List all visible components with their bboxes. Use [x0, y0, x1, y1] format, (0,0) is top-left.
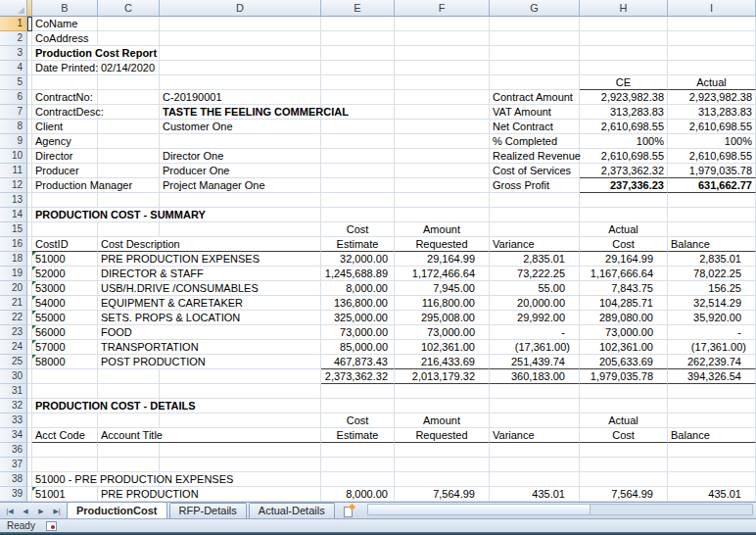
cell-E16[interactable]: Estimate	[321, 237, 395, 252]
cell-B39[interactable]: 51001	[32, 487, 98, 502]
cell-D13[interactable]	[160, 193, 321, 208]
cell-B4[interactable]: Date Printed:	[32, 61, 98, 75]
cell-G30[interactable]: 360,183.00	[490, 369, 580, 384]
cell-E11[interactable]	[321, 164, 395, 178]
tab-nav-next-icon[interactable]: ▶	[33, 504, 49, 518]
row-header-30[interactable]: 30	[0, 369, 27, 384]
cell-D7[interactable]: TASTE THE FEELING COMMERCIAL	[160, 105, 321, 120]
cell-D11[interactable]: Producer One	[160, 164, 321, 178]
cell-F2[interactable]	[395, 31, 490, 46]
row-header-33[interactable]: 33	[0, 413, 27, 428]
cell-G15[interactable]	[490, 222, 580, 237]
row-header-39[interactable]: 39	[0, 487, 27, 502]
cell-H7[interactable]: 313,283.83	[580, 105, 668, 120]
row-header-8[interactable]: 8	[0, 120, 27, 134]
cell-C6[interactable]	[98, 90, 160, 105]
row-header-36[interactable]: 36	[0, 443, 27, 458]
row-header-37[interactable]: 37	[0, 458, 27, 472]
row-header-32[interactable]: 32	[0, 399, 27, 413]
cell-I6[interactable]: 2,923,982.38	[668, 90, 756, 105]
cell-E21[interactable]: 136,800.00	[321, 296, 395, 311]
cell-G23[interactable]: -	[490, 325, 580, 340]
cell-F3[interactable]	[395, 46, 490, 61]
cell-E19[interactable]: 1,245,688.89	[321, 267, 395, 281]
row-header-25[interactable]: 25	[0, 355, 27, 369]
cell-B19[interactable]: 52000	[32, 267, 98, 281]
cell-H9[interactable]: 100%	[580, 134, 668, 149]
cell-I33[interactable]	[668, 413, 756, 428]
cell-B30[interactable]	[32, 369, 98, 384]
cell-I4[interactable]	[668, 61, 756, 75]
cell-E39[interactable]: 8,000.00	[321, 487, 395, 502]
cell-D6[interactable]: C-20190001	[160, 90, 321, 105]
cell-G19[interactable]: 73,222.25	[490, 267, 580, 281]
cell-F38[interactable]	[395, 472, 490, 487]
cell-B38[interactable]: 51000 - PRE PRODUCTION EXPENSES	[32, 472, 160, 487]
row-header-20[interactable]: 20	[0, 281, 27, 296]
cell-E5[interactable]	[321, 75, 395, 90]
cell-C33[interactable]	[98, 413, 160, 428]
cell-F31[interactable]	[395, 384, 490, 399]
cell-E14[interactable]	[321, 208, 395, 222]
row-header-18[interactable]: 18	[0, 252, 27, 267]
cell-F8[interactable]	[395, 120, 490, 134]
cell-I32[interactable]	[668, 399, 756, 413]
cell-H16[interactable]: Cost	[580, 237, 668, 252]
cell-G12[interactable]: Gross Profit	[490, 178, 580, 193]
cell-C9[interactable]	[98, 134, 160, 149]
row-header-6[interactable]: 6	[0, 90, 27, 105]
tab-productioncost[interactable]: ProductionCost	[67, 502, 167, 518]
cell-F5[interactable]	[395, 75, 490, 90]
cell-F37[interactable]	[395, 458, 490, 472]
cell-G3[interactable]	[490, 46, 580, 61]
cell-E34[interactable]: Estimate	[321, 428, 395, 443]
cell-D2[interactable]	[160, 31, 321, 46]
cell-C18[interactable]: PRE PRODUCTION EXPENSES	[98, 252, 321, 267]
cell-I12[interactable]: 631,662.77	[668, 178, 756, 193]
cell-H6[interactable]: 2,923,982.38	[580, 90, 668, 105]
cell-C19[interactable]: DIRECTOR & STAFF	[98, 267, 321, 281]
cell-E30[interactable]: 2,373,362.32	[321, 369, 395, 384]
cell-G5[interactable]	[490, 75, 580, 90]
cell-B5[interactable]	[32, 75, 98, 90]
cell-E1[interactable]	[321, 17, 395, 31]
row-header-23[interactable]: 23	[0, 325, 27, 340]
cell-E3[interactable]	[321, 46, 395, 61]
cell-D8[interactable]: Customer One	[160, 120, 321, 134]
cell-G34[interactable]: Variance	[490, 428, 580, 443]
cell-I10[interactable]: 2,610,698.55	[668, 149, 756, 164]
cell-H2[interactable]	[580, 31, 668, 46]
cell-H38[interactable]	[580, 472, 668, 487]
cell-I2[interactable]	[668, 31, 756, 46]
cell-E22[interactable]: 325,000.00	[321, 311, 395, 325]
cell-F39[interactable]: 7,564.99	[395, 487, 490, 502]
cell-I34[interactable]: Balance	[668, 428, 756, 443]
cell-C10[interactable]	[98, 149, 160, 164]
cell-E12[interactable]	[321, 178, 395, 193]
cell-B22[interactable]: 55000	[32, 311, 98, 325]
cell-B1[interactable]: CoName	[32, 17, 98, 31]
cell-C13[interactable]	[98, 193, 160, 208]
cell-D15[interactable]	[160, 222, 321, 237]
cell-H3[interactable]	[580, 46, 668, 61]
cell-I13[interactable]	[668, 193, 756, 208]
select-all-corner[interactable]	[0, 0, 27, 17]
cell-B7[interactable]: ContractDesc:	[32, 105, 98, 120]
cell-D31[interactable]	[160, 384, 321, 399]
cell-E36[interactable]	[321, 443, 395, 458]
row-header-14[interactable]: 14	[0, 208, 27, 222]
col-header-G[interactable]: G	[490, 0, 580, 17]
cell-I20[interactable]: 156.25	[668, 281, 756, 296]
cell-C20[interactable]: USB/H.DRIVE /CONSUMABLES	[98, 281, 321, 296]
cell-C24[interactable]: TRANSPORTATION	[98, 340, 321, 355]
cell-G38[interactable]	[490, 472, 580, 487]
cell-H24[interactable]: 102,361.00	[580, 340, 668, 355]
cell-G1[interactable]	[490, 17, 580, 31]
cell-C34[interactable]: Account Title	[98, 428, 321, 443]
row-header-22[interactable]: 22	[0, 311, 27, 325]
cell-I21[interactable]: 32,514.29	[668, 296, 756, 311]
cell-F22[interactable]: 295,008.00	[395, 311, 490, 325]
cell-F20[interactable]: 7,945.00	[395, 281, 490, 296]
cell-G11[interactable]: Cost of Services	[490, 164, 580, 178]
cell-I19[interactable]: 78,022.25	[668, 267, 756, 281]
